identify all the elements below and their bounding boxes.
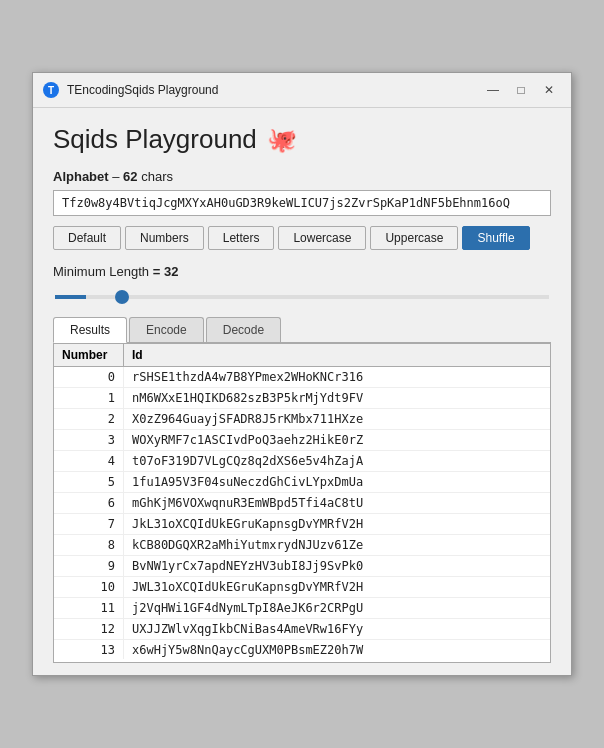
table-row: 3WOXyRMF7c1ASCIvdPoQ3aehz2HikE0rZ [54, 430, 550, 451]
cell-number: 10 [54, 577, 124, 597]
cell-id: BvNW1yrCx7apdNEYzHV3ubI8Jj9SvPk0 [124, 556, 550, 576]
col-header-number: Number [54, 344, 124, 366]
cell-number: 8 [54, 535, 124, 555]
table-row: 2X0zZ964GuayjSFADR8J5rKMbx711HXze [54, 409, 550, 430]
cell-id: JkL31oXCQIdUkEGruKapnsgDvYMRfV2H [124, 514, 550, 534]
table-header: Number Id [54, 344, 550, 367]
minimize-button[interactable]: — [481, 81, 505, 99]
tabs: Results Encode Decode [53, 317, 551, 343]
cell-number: 7 [54, 514, 124, 534]
table-row: 51fu1A95V3F04suNeczdGhCivLYpxDmUa [54, 472, 550, 493]
cell-number: 1 [54, 388, 124, 408]
cell-id: rSHSE1thzdA4w7B8YPmex2WHoKNCr316 [124, 367, 550, 387]
table-row: 9BvNW1yrCx7apdNEYzHV3ubI8Jj9SvPk0 [54, 556, 550, 577]
letters-button[interactable]: Letters [208, 226, 275, 250]
min-length-slider-container [53, 285, 551, 303]
col-header-id: Id [124, 344, 550, 366]
cell-number: 11 [54, 598, 124, 618]
cell-id: x6wHjY5w8NnQaycCgUXM0PBsmEZ20h7W [124, 640, 550, 659]
cell-number: 0 [54, 367, 124, 387]
cell-number: 4 [54, 451, 124, 471]
main-content: Sqids Playground 🐙 Alphabet – 62 chars D… [33, 108, 571, 675]
cell-id: nM6WXxE1HQIKD682szB3P5krMjYdt9FV [124, 388, 550, 408]
tab-encode[interactable]: Encode [129, 317, 204, 342]
bug-icon: 🐙 [267, 126, 297, 154]
min-length-slider[interactable] [55, 295, 549, 299]
table-row: 6mGhKjM6VOXwqnuR3EmWBpd5Tfi4aC8tU [54, 493, 550, 514]
cell-id: t07oF319D7VLgCQz8q2dXS6e5v4hZajA [124, 451, 550, 471]
window-title: TEncodingSqids Playground [67, 83, 481, 97]
min-length-label: Minimum Length = 32 [53, 264, 551, 279]
app-title-row: Sqids Playground 🐙 [53, 124, 551, 155]
default-button[interactable]: Default [53, 226, 121, 250]
main-window: T TEncodingSqids Playground — □ ✕ Sqids … [32, 72, 572, 676]
table-row: 13x6wHjY5w8NnQaycCgUXM0PBsmEZ20h7W [54, 640, 550, 659]
maximize-button[interactable]: □ [509, 81, 533, 99]
cell-id: kCB80DGQXR2aMhiYutmxrydNJUzv61Ze [124, 535, 550, 555]
cell-id: WOXyRMF7c1ASCIvdPoQ3aehz2HikE0rZ [124, 430, 550, 450]
preset-buttons: Default Numbers Letters Lowercase Upperc… [53, 226, 551, 250]
table-row: 7JkL31oXCQIdUkEGruKapnsgDvYMRfV2H [54, 514, 550, 535]
cell-number: 12 [54, 619, 124, 639]
table-body[interactable]: 0rSHSE1thzdA4w7B8YPmex2WHoKNCr3161nM6WXx… [54, 367, 550, 659]
cell-id: 1fu1A95V3F04suNeczdGhCivLYpxDmUa [124, 472, 550, 492]
titlebar: T TEncodingSqids Playground — □ ✕ [33, 73, 571, 108]
cell-id: j2VqHWi1GF4dNymLTpI8AeJK6r2CRPgU [124, 598, 550, 618]
cell-id: X0zZ964GuayjSFADR8J5rKMbx711HXze [124, 409, 550, 429]
cell-number: 2 [54, 409, 124, 429]
window-controls: — □ ✕ [481, 81, 561, 99]
results-table: Number Id 0rSHSE1thzdA4w7B8YPmex2WHoKNCr… [53, 343, 551, 663]
uppercase-button[interactable]: Uppercase [370, 226, 458, 250]
tab-decode[interactable]: Decode [206, 317, 281, 342]
tab-results[interactable]: Results [53, 317, 127, 343]
cell-number: 3 [54, 430, 124, 450]
cell-id: UXJJZWlvXqgIkbCNiBas4AmeVRw16FYy [124, 619, 550, 639]
table-row: 1nM6WXxE1HQIKD682szB3P5krMjYdt9FV [54, 388, 550, 409]
table-row: 4t07oF319D7VLgCQz8q2dXS6e5v4hZajA [54, 451, 550, 472]
cell-number: 5 [54, 472, 124, 492]
alphabet-input[interactable] [53, 190, 551, 216]
table-row: 0rSHSE1thzdA4w7B8YPmex2WHoKNCr316 [54, 367, 550, 388]
close-button[interactable]: ✕ [537, 81, 561, 99]
cell-id: JWL31oXCQIdUkEGruKapnsgDvYMRfV2H [124, 577, 550, 597]
cell-number: 6 [54, 493, 124, 513]
cell-number: 13 [54, 640, 124, 659]
lowercase-button[interactable]: Lowercase [278, 226, 366, 250]
app-icon: T [43, 82, 59, 98]
numbers-button[interactable]: Numbers [125, 226, 204, 250]
cell-number: 9 [54, 556, 124, 576]
table-row: 10JWL31oXCQIdUkEGruKapnsgDvYMRfV2H [54, 577, 550, 598]
table-row: 12UXJJZWlvXqgIkbCNiBas4AmeVRw16FYy [54, 619, 550, 640]
table-row: 11j2VqHWi1GF4dNymLTpI8AeJK6r2CRPgU [54, 598, 550, 619]
app-title-text: Sqids Playground [53, 124, 257, 155]
alphabet-label: Alphabet – 62 chars [53, 169, 551, 184]
table-row: 8kCB80DGQXR2aMhiYutmxrydNJUzv61Ze [54, 535, 550, 556]
shuffle-button[interactable]: Shuffle [462, 226, 529, 250]
cell-id: mGhKjM6VOXwqnuR3EmWBpd5Tfi4aC8tU [124, 493, 550, 513]
